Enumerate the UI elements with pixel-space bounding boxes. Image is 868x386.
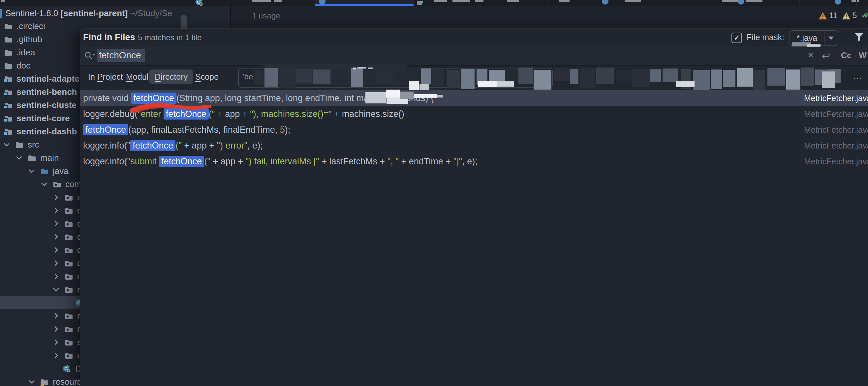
chevron-down-icon[interactable]	[52, 286, 60, 293]
mosaic-fragment	[478, 81, 497, 87]
find-in-files-dialog: Find in Files 5 matches in 1 file ✓ File…	[80, 29, 868, 386]
file-mask-checkbox[interactable]: ✓	[732, 33, 742, 43]
package-icon	[65, 207, 72, 214]
project-root-row[interactable]: Sentinel-1.8.0 [sentinel-parent] ~/Study…	[0, 7, 231, 19]
mosaic-block	[505, 68, 518, 81]
module-icon	[4, 88, 12, 96]
result-code-line: logger.debug("enter fetchOnce(" + app + …	[83, 106, 404, 122]
chevron-right-icon[interactable]	[52, 220, 60, 227]
chevron-down-icon[interactable]	[15, 154, 23, 162]
tab-label-fragment	[507, 0, 519, 2]
folder-icon	[28, 154, 36, 162]
inspections-widget[interactable]: 115✓✓	[814, 9, 866, 21]
mosaic-block	[364, 69, 375, 84]
mosaic-block	[753, 70, 765, 91]
project-module-name: [sentinel-parent]	[61, 8, 128, 18]
insert-newline-icon[interactable]	[820, 51, 830, 62]
module-icon	[4, 128, 12, 135]
tab-separator	[799, 0, 800, 6]
folder-icon	[4, 62, 12, 69]
chevron-right-icon[interactable]	[52, 246, 60, 254]
result-row[interactable]: private void fetchOnce(String app, long …	[80, 90, 868, 106]
divider	[80, 65, 868, 66]
chevron-down-icon[interactable]	[28, 167, 36, 175]
package-icon	[65, 259, 72, 267]
result-row[interactable]: fetchOnce(app, finalLastFetchMs, finalEn…	[80, 122, 868, 138]
chevron-right-icon[interactable]	[52, 338, 60, 346]
mosaic-block	[265, 68, 278, 87]
filter-icon[interactable]	[854, 33, 864, 43]
tab-separator	[692, 0, 693, 6]
tab-label-fragment	[625, 0, 641, 2]
result-row[interactable]: logger.info("fetchOnce(" + app + ") erro…	[80, 138, 868, 153]
file-tab-icon[interactable]	[602, 0, 609, 5]
package-icon	[65, 312, 72, 320]
result-row[interactable]: logger.info("submit fetchOnce(" + app + …	[80, 153, 868, 169]
search-option-W[interactable]: W	[859, 46, 867, 65]
mosaic-block	[534, 70, 551, 90]
folder-icon	[4, 22, 12, 30]
folder-icon	[4, 35, 12, 43]
scope-tab-in-project[interactable]: In Project	[88, 69, 123, 84]
mosaic-block	[394, 69, 407, 83]
chevron-right-icon[interactable]	[52, 207, 60, 214]
chevron-right-icon[interactable]	[52, 259, 60, 267]
scope-tab-scope[interactable]: Scope	[195, 69, 219, 84]
mosaic-block	[254, 70, 262, 85]
mosaic-fragment	[368, 68, 373, 69]
tree-item-label: src	[28, 138, 39, 151]
chevron-right-icon[interactable]	[52, 351, 60, 359]
chevron-down-icon[interactable]	[40, 180, 48, 188]
search-input[interactable]: fetchOnce	[99, 46, 141, 65]
mosaic-block	[446, 70, 460, 87]
chevron-right-icon[interactable]	[52, 272, 60, 280]
ok-check-icon: ✓✓	[861, 10, 866, 20]
chevron-right-icon[interactable]	[52, 312, 60, 320]
search-option-Cc[interactable]: Cc	[841, 46, 851, 65]
chevron-right-icon[interactable]	[52, 233, 60, 241]
mosaic-block	[351, 68, 363, 87]
mosaic-block	[333, 69, 349, 86]
code-redaction-block	[365, 92, 386, 103]
tree-item-label: resourc	[53, 375, 82, 386]
package-icon	[65, 246, 72, 254]
tree-item-label: sentinel-core	[17, 112, 70, 125]
usage-inlay-hint[interactable]: 1 usage	[252, 11, 305, 20]
mosaic-block	[280, 69, 295, 88]
tab-separator	[856, 0, 857, 6]
result-file-name: MetricFetcher.java	[804, 153, 868, 169]
result-code-line: fetchOnce(app, finalLastFetchMs, finalEn…	[83, 122, 290, 138]
editor-tab-strip: C	[0, 0, 868, 6]
mosaic-fragment	[358, 67, 366, 69]
active-editor-tab[interactable]	[315, 0, 413, 6]
chevron-down-icon[interactable]	[824, 31, 838, 45]
folder-src-icon	[40, 167, 48, 175]
chevron-right-icon[interactable]	[52, 325, 60, 333]
search-field-row: fetchOnce × CcW	[80, 46, 868, 65]
chevron-down-icon[interactable]	[3, 141, 10, 148]
mosaic-block	[801, 68, 814, 85]
scope-tab-directory[interactable]: Directory	[149, 69, 193, 84]
search-icon[interactable]	[85, 51, 96, 62]
mosaic-block	[662, 69, 678, 82]
folder-icon	[15, 141, 23, 148]
warning-triangle-icon[interactable]	[842, 11, 850, 23]
match-highlight: fetchOnce	[131, 93, 177, 104]
mosaic-block	[631, 69, 650, 87]
mosaic-block	[554, 68, 570, 81]
file-tab-icon[interactable]	[738, 0, 744, 5]
tree-item-label: com	[65, 178, 82, 191]
chevron-down-icon[interactable]	[28, 378, 36, 386]
mosaic-block	[616, 70, 631, 83]
directory-path-value: 'be	[243, 68, 253, 86]
browse-directory-button[interactable]: …	[850, 69, 865, 84]
clear-icon[interactable]: ×	[804, 46, 817, 65]
chevron-right-icon[interactable]	[52, 193, 60, 201]
package-icon	[65, 286, 72, 293]
mosaic-block	[376, 70, 392, 83]
warning-triangle-icon[interactable]	[818, 11, 827, 23]
result-row[interactable]: logger.debug("enter fetchOnce(" + app + …	[80, 106, 868, 122]
mosaic-block	[767, 68, 785, 85]
file-tab-icon[interactable]	[835, 0, 841, 5]
package-icon	[65, 233, 72, 241]
